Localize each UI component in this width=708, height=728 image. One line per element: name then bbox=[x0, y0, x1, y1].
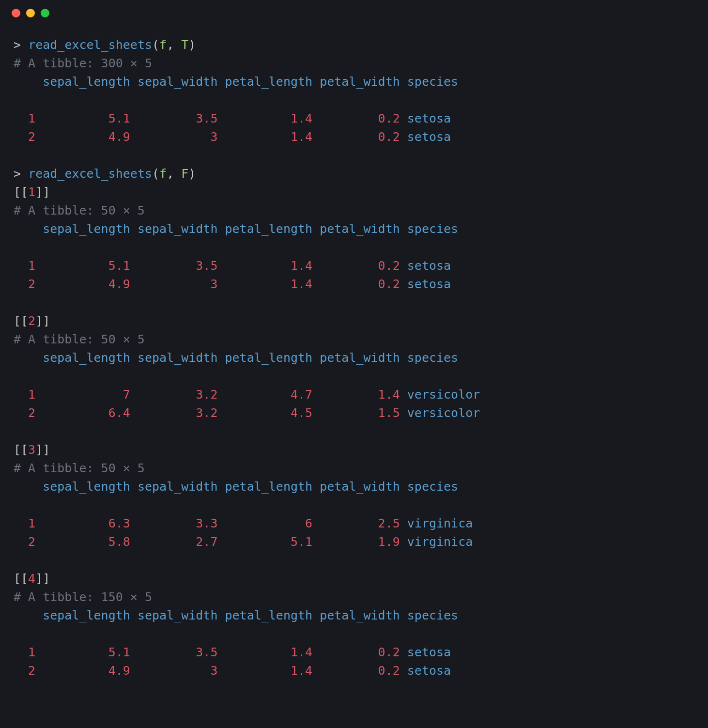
column-header: sepal_width bbox=[130, 480, 218, 494]
cell: 4.7 bbox=[217, 387, 312, 402]
list-bracket-open: [[ bbox=[14, 572, 28, 586]
cell: setosa bbox=[407, 645, 451, 659]
column-type bbox=[35, 369, 93, 383]
cell: 4.9 bbox=[35, 130, 130, 144]
tibble-dim: # A tibble: 50 × 5 bbox=[14, 461, 145, 475]
function-name: read_excel_sheets bbox=[28, 38, 152, 52]
column-header: sepal_length bbox=[35, 351, 130, 365]
tibble-dim: # A tibble: 300 × 5 bbox=[14, 56, 152, 70]
column-type bbox=[203, 369, 254, 383]
column-type bbox=[94, 627, 145, 641]
cell: virginica bbox=[407, 516, 473, 530]
row-number: 2 bbox=[14, 664, 35, 678]
cell: 0.2 bbox=[312, 645, 400, 659]
cell: 3.5 bbox=[130, 111, 218, 125]
comma: , bbox=[167, 38, 181, 52]
cell: 0.2 bbox=[312, 664, 400, 678]
column-header: petal_width bbox=[312, 222, 400, 236]
list-bracket-close: ]] bbox=[35, 443, 50, 457]
column-type bbox=[254, 240, 262, 254]
column-type bbox=[35, 240, 93, 254]
column-type bbox=[254, 93, 262, 107]
column-header: sepal_width bbox=[130, 222, 218, 236]
column-type bbox=[35, 93, 93, 107]
cell: 0.2 bbox=[312, 277, 400, 291]
arg: f bbox=[159, 167, 167, 181]
cell: 6.4 bbox=[35, 406, 130, 420]
arg: f bbox=[159, 38, 167, 52]
cell: 7 bbox=[35, 387, 130, 402]
list-bracket-close: ]] bbox=[35, 185, 50, 199]
cell: 5.1 bbox=[35, 259, 130, 273]
list-index: 3 bbox=[28, 443, 35, 457]
cell: 4.9 bbox=[35, 277, 130, 291]
column-type bbox=[145, 240, 203, 254]
row-number: 1 bbox=[14, 645, 35, 659]
cell: 0.2 bbox=[312, 111, 400, 125]
column-type bbox=[35, 498, 93, 512]
column-type bbox=[203, 627, 254, 641]
column-header: petal_length bbox=[217, 480, 312, 494]
list-bracket-open: [[ bbox=[14, 314, 28, 328]
column-header: petal_width bbox=[312, 351, 400, 365]
close-icon[interactable] bbox=[12, 9, 20, 17]
cell: setosa bbox=[407, 277, 451, 291]
cell: virginica bbox=[407, 535, 473, 549]
cell: 1.9 bbox=[312, 535, 400, 549]
cell: 3.2 bbox=[130, 406, 218, 420]
row-number: 1 bbox=[14, 111, 35, 125]
column-header: sepal_length bbox=[35, 608, 130, 622]
function-name: read_excel_sheets bbox=[28, 167, 152, 181]
cell: versicolor bbox=[407, 387, 480, 402]
tibble-dim: # A tibble: 50 × 5 bbox=[14, 203, 145, 217]
column-type bbox=[94, 93, 145, 107]
cell: 3 bbox=[130, 277, 218, 291]
cell: 1.4 bbox=[217, 130, 312, 144]
column-header: sepal_length bbox=[35, 222, 130, 236]
column-type bbox=[145, 627, 203, 641]
column-type bbox=[145, 369, 203, 383]
list-index: 2 bbox=[28, 314, 35, 328]
paren-close: ) bbox=[188, 167, 196, 181]
comma: , bbox=[167, 167, 181, 181]
column-header: species bbox=[400, 608, 458, 622]
minimize-icon[interactable] bbox=[26, 9, 35, 17]
row-number: 1 bbox=[14, 259, 35, 273]
cell: 4.9 bbox=[35, 664, 130, 678]
cell: 1.4 bbox=[217, 645, 312, 659]
cell: 3.5 bbox=[130, 259, 218, 273]
arg: T bbox=[181, 38, 188, 52]
list-bracket-open: [[ bbox=[14, 443, 28, 457]
paren-open: ( bbox=[152, 38, 159, 52]
list-index: 1 bbox=[28, 185, 35, 199]
cell: 1.4 bbox=[217, 259, 312, 273]
cell: setosa bbox=[407, 664, 451, 678]
column-header: sepal_length bbox=[35, 480, 130, 494]
column-type bbox=[94, 369, 145, 383]
tibble-dim: # A tibble: 50 × 5 bbox=[14, 332, 145, 346]
cell: 3 bbox=[130, 130, 218, 144]
cell: 3.2 bbox=[130, 387, 218, 402]
zoom-icon[interactable] bbox=[41, 9, 49, 17]
cell: 4.5 bbox=[217, 406, 312, 420]
column-type bbox=[203, 498, 254, 512]
column-header: petal_width bbox=[312, 608, 400, 622]
row-number: 1 bbox=[14, 516, 35, 530]
terminal-output: > read_excel_sheets(f, T) # A tibble: 30… bbox=[0, 26, 708, 699]
column-type bbox=[35, 627, 93, 641]
list-index: 4 bbox=[28, 572, 35, 586]
column-header: petal_width bbox=[312, 75, 400, 89]
cell: setosa bbox=[407, 259, 451, 273]
list-bracket-open: [[ bbox=[14, 185, 28, 199]
column-header: petal_length bbox=[217, 608, 312, 622]
cell: 1.4 bbox=[312, 387, 400, 402]
cell: setosa bbox=[407, 130, 451, 144]
row-number: 2 bbox=[14, 406, 35, 420]
column-header: petal_length bbox=[217, 75, 312, 89]
cell: 6 bbox=[217, 516, 312, 530]
column-type bbox=[145, 498, 203, 512]
cell: 0.2 bbox=[312, 130, 400, 144]
cell: 5.1 bbox=[35, 111, 130, 125]
tibble-dim: # A tibble: 150 × 5 bbox=[14, 590, 152, 604]
prompt: > bbox=[14, 38, 21, 52]
